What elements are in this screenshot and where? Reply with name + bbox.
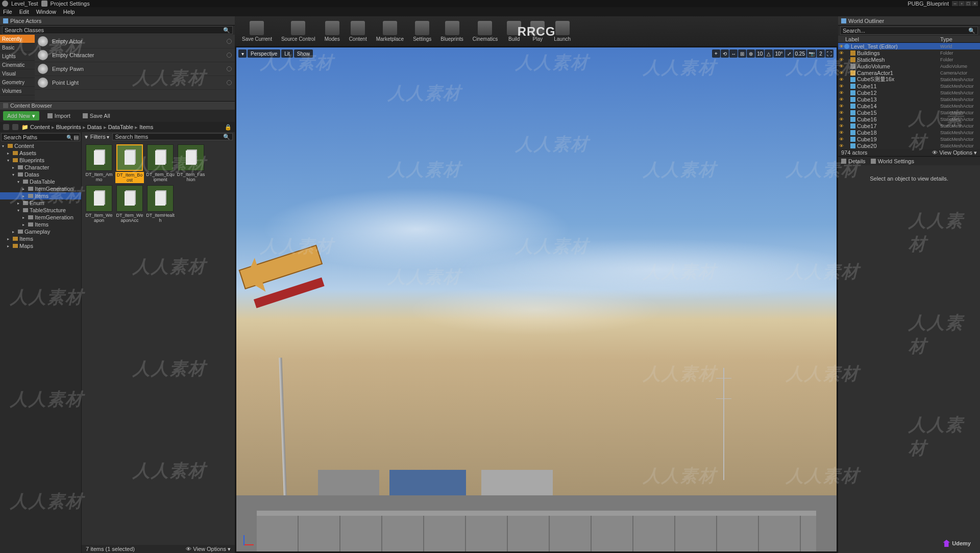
breadcrumb-item[interactable]: DataTable bbox=[108, 124, 134, 130]
place-actors-item[interactable]: Empty Character bbox=[35, 48, 235, 62]
visibility-icon[interactable]: 👁 bbox=[838, 70, 844, 76]
place-actors-item[interactable]: Point Light bbox=[35, 76, 235, 90]
toolbar-launch-button[interactable]: Launch bbox=[554, 21, 571, 42]
tree-row[interactable]: ▸Maps bbox=[0, 242, 81, 249]
outliner-row[interactable]: 👁Cube11StaticMeshActor bbox=[838, 83, 980, 89]
asset-item[interactable]: DT_Item_Equipment bbox=[146, 144, 175, 183]
toolbar-play-button[interactable]: Play bbox=[530, 21, 545, 42]
viewport-tool-button[interactable]: 📷 bbox=[807, 49, 816, 58]
outliner-row[interactable]: 👁AudioVolumeAudioVolume bbox=[838, 63, 980, 69]
world-outliner-tab[interactable]: World Outliner bbox=[838, 16, 980, 26]
place-actors-item[interactable]: Empty Pawn bbox=[35, 62, 235, 76]
toolbar-blueprints-button[interactable]: Blueprints bbox=[440, 21, 463, 42]
project-settings-tab[interactable]: Project Settings bbox=[51, 1, 90, 7]
toolbar-content-button[interactable]: Content bbox=[349, 21, 367, 42]
outliner-row[interactable]: 👁Cube19StaticMeshActor bbox=[838, 136, 980, 142]
place-actors-tab[interactable]: Place Actors bbox=[0, 16, 235, 26]
close-button[interactable]: × bbox=[972, 1, 978, 6]
asset-item[interactable]: DT_Item_Ammo bbox=[85, 144, 113, 183]
asset-item[interactable]: DT_Item_Boost bbox=[115, 144, 144, 183]
tree-row[interactable]: ▾Blueprints bbox=[0, 157, 81, 164]
tree-arrow-icon[interactable]: ▸ bbox=[22, 222, 27, 227]
asset-search-input[interactable]: Search Items 🔍 bbox=[112, 133, 233, 140]
visibility-icon[interactable]: 👁 bbox=[838, 64, 844, 69]
restore-button[interactable]: ▫ bbox=[959, 1, 965, 6]
breadcrumb-item[interactable]: Content bbox=[29, 124, 50, 130]
viewport-tool-button[interactable]: 0.25 bbox=[794, 49, 806, 58]
pin-icon[interactable] bbox=[227, 53, 232, 58]
tree-row[interactable]: ▸ItemGeneration bbox=[0, 214, 81, 221]
perspective-button[interactable]: Perspective bbox=[248, 49, 280, 58]
outliner-row[interactable]: 👁Level_Test (Editor)World bbox=[838, 43, 980, 49]
viewport-menu-button[interactable]: ▾ bbox=[238, 49, 247, 58]
tree-row[interactable]: ▾Datas bbox=[0, 171, 81, 178]
outliner-row[interactable]: 👁CubeS测量16xStaticMeshActor bbox=[838, 76, 980, 83]
tree-arrow-icon[interactable]: ▾ bbox=[2, 144, 6, 148]
tree-row[interactable]: ▸Gameplay bbox=[0, 228, 81, 235]
place-actors-category[interactable]: Visual Effects bbox=[0, 69, 35, 78]
menu-window[interactable]: Window bbox=[36, 9, 56, 15]
menu-edit[interactable]: Edit bbox=[19, 9, 29, 15]
outliner-row[interactable]: 👁Cube14StaticMeshActor bbox=[838, 103, 980, 109]
tree-row[interactable]: ▾TableStructure bbox=[0, 207, 81, 214]
viewport-tool-button[interactable]: △ bbox=[765, 49, 773, 58]
toolbar-source-control-button[interactable]: Source Control bbox=[281, 21, 315, 42]
toolbar-cinematics-button[interactable]: Cinematics bbox=[473, 21, 498, 42]
tree-arrow-icon[interactable]: ▸ bbox=[7, 244, 11, 248]
visibility-icon[interactable]: 👁 bbox=[838, 44, 844, 49]
visibility-icon[interactable]: 👁 bbox=[838, 51, 844, 56]
tree-arrow-icon[interactable]: ▾ bbox=[17, 180, 21, 184]
place-actors-category[interactable]: Basic bbox=[0, 43, 35, 52]
visibility-icon[interactable]: 👁 bbox=[838, 130, 844, 135]
maximize-button[interactable]: □ bbox=[965, 1, 971, 6]
lit-button[interactable]: Lit bbox=[281, 49, 293, 58]
visibility-icon[interactable]: 👁 bbox=[838, 123, 844, 129]
breadcrumb-item[interactable]: Datas bbox=[87, 124, 102, 130]
tree-arrow-icon[interactable]: ▸ bbox=[12, 230, 16, 234]
outliner-row[interactable]: 👁StaticMeshFolder bbox=[838, 56, 980, 63]
visibility-icon[interactable]: 👁 bbox=[838, 104, 844, 109]
outliner-row[interactable]: 👁Cube18StaticMeshActor bbox=[838, 129, 980, 136]
outliner-col-type[interactable]: Type bbox=[940, 36, 980, 42]
breadcrumb-item[interactable]: Items bbox=[139, 124, 153, 130]
visibility-icon[interactable]: 👁 bbox=[838, 84, 844, 89]
place-actors-search[interactable]: Search Classes 🔍 bbox=[2, 26, 233, 34]
visibility-icon[interactable]: 👁 bbox=[838, 77, 844, 82]
toolbar-save-current-button[interactable]: Save Current bbox=[242, 21, 272, 42]
place-actors-category[interactable]: Volumes bbox=[0, 87, 35, 95]
minimize-button[interactable]: – bbox=[952, 1, 958, 6]
tree-collapse-icon[interactable]: ▤ bbox=[74, 134, 79, 141]
asset-item[interactable]: DT_Item_Fashion bbox=[177, 144, 205, 183]
tree-arrow-icon[interactable]: ▸ bbox=[22, 187, 27, 191]
place-actors-item[interactable]: Empty Actor bbox=[35, 35, 235, 48]
tree-arrow-icon[interactable]: ▸ bbox=[22, 215, 27, 220]
menu-file[interactable]: File bbox=[3, 9, 12, 15]
add-new-button[interactable]: Add New ▾ bbox=[3, 111, 39, 120]
visibility-icon[interactable]: 👁 bbox=[838, 143, 844, 148]
view-options-button[interactable]: 👁 View Options ▾ bbox=[186, 546, 231, 552]
outliner-row[interactable]: 👁Cube13StaticMeshActor bbox=[838, 96, 980, 103]
tree-row[interactable]: ▸Items bbox=[0, 192, 81, 199]
tree-arrow-icon[interactable]: ▸ bbox=[12, 165, 16, 170]
visibility-icon[interactable]: 👁 bbox=[838, 110, 844, 115]
level-tab[interactable]: Level_Test bbox=[11, 1, 38, 7]
tree-arrow-icon[interactable]: ▸ bbox=[7, 151, 11, 156]
content-browser-tab[interactable]: Content Browser bbox=[0, 102, 235, 110]
nav-fwd-icon[interactable] bbox=[12, 124, 18, 130]
pin-icon[interactable] bbox=[227, 39, 232, 44]
toolbar-modes-button[interactable]: Modes bbox=[325, 21, 340, 42]
visibility-icon[interactable]: 👁 bbox=[838, 97, 844, 102]
visibility-icon[interactable]: 👁 bbox=[838, 90, 844, 95]
menu-help[interactable]: Help bbox=[63, 9, 75, 15]
viewport-tool-button[interactable]: ⟲ bbox=[721, 49, 729, 58]
outliner-row[interactable]: 👁Cube15StaticMeshActor bbox=[838, 109, 980, 116]
viewport[interactable]: ▾ Perspective Lit Show ⌖⟲↔⊞⊕10△10°⤢0.25📷… bbox=[236, 47, 837, 552]
breadcrumb-item[interactable]: Blueprints bbox=[56, 124, 81, 130]
save-all-button[interactable]: Save All bbox=[79, 111, 114, 120]
tree-row[interactable]: ▸Assets bbox=[0, 149, 81, 157]
asset-item[interactable]: DT_Item_Weapon bbox=[85, 185, 113, 223]
place-actors-category[interactable]: Recently Placed bbox=[0, 35, 35, 43]
toolbar-settings-button[interactable]: Settings bbox=[413, 21, 431, 42]
outliner-view-options[interactable]: 👁 View Options ▾ bbox=[932, 149, 977, 156]
viewport-tool-button[interactable]: ⌖ bbox=[712, 49, 720, 58]
